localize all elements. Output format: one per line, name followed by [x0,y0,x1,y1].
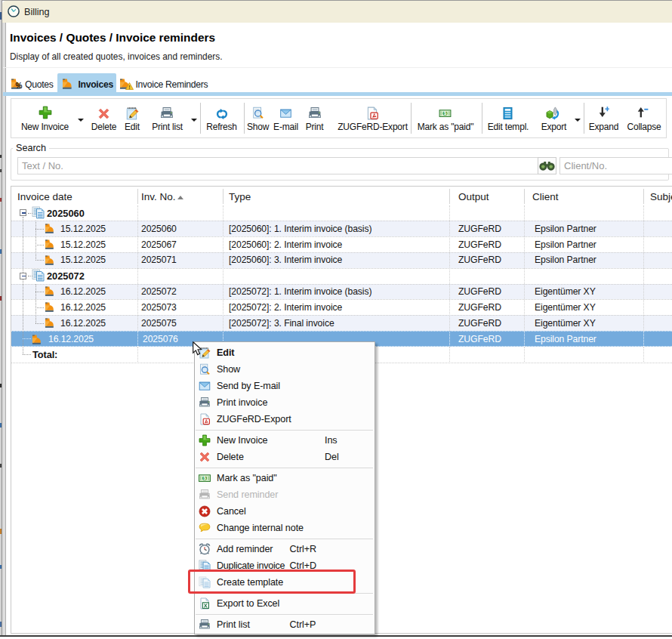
svg-text:!: ! [128,85,130,90]
